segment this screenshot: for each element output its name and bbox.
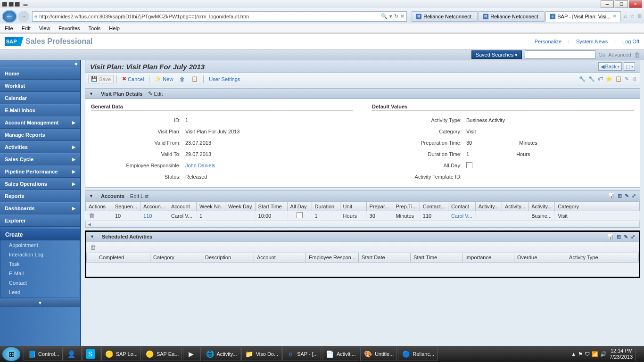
col-account[interactable]: Account: [168, 202, 196, 211]
sidebar-item-reports[interactable]: Manage Reports: [0, 129, 80, 141]
table-icon[interactable]: ⊞: [618, 193, 622, 199]
chart-icon[interactable]: 📊: [608, 193, 615, 199]
col-prep[interactable]: Prepar...: [366, 202, 393, 211]
col-account-id[interactable]: Accoun...: [140, 202, 168, 211]
list-icon[interactable]: 📋: [615, 76, 622, 82]
expand-icon[interactable]: ⤢: [631, 234, 635, 240]
allday-checkbox[interactable]: [466, 162, 472, 168]
col-contact[interactable]: Contact: [448, 202, 475, 211]
task-item[interactable]: 👤: [64, 347, 82, 361]
col-contact-id[interactable]: Contact...: [420, 202, 448, 211]
col-act3[interactable]: Activity...: [528, 202, 555, 211]
create-interaction-log[interactable]: Interaction Log: [0, 250, 80, 259]
expand-icon[interactable]: ⤢: [632, 193, 636, 199]
stop-icon[interactable]: ✕: [400, 13, 405, 19]
task-item[interactable]: 🟡SAP Ea...: [142, 347, 182, 361]
refresh-icon[interactable]: ↻: [394, 13, 398, 19]
sidebar-item-account[interactable]: Account Management▶: [0, 116, 80, 129]
trash-icon[interactable]: 🗑: [634, 51, 640, 58]
account-id-link[interactable]: 110: [140, 211, 168, 221]
menu-help[interactable]: Help: [109, 25, 120, 31]
show-desktop[interactable]: [636, 347, 639, 361]
personalize-link[interactable]: Personalize: [535, 39, 561, 44]
create-appointment[interactable]: Appointment: [0, 240, 80, 250]
tool-icon[interactable]: 🔧: [579, 76, 586, 82]
dropdown-icon[interactable]: ▾: [389, 13, 392, 19]
col-completed[interactable]: Completed: [96, 253, 150, 262]
contact-link[interactable]: Carol V...: [448, 211, 475, 221]
url-bar[interactable]: e http://crmides2.wftus.com:8039/sap(bD1…: [32, 11, 407, 22]
close-tab-icon[interactable]: ✕: [612, 13, 617, 19]
table-row[interactable]: 🗑 10 110 Carol V... 1 10:00 1 Hours 30 M…: [86, 211, 640, 221]
col-actions[interactable]: Actions: [86, 202, 112, 211]
sidebar-item-explorer[interactable]: Explorer: [0, 214, 80, 227]
new-button[interactable]: ✨New: [152, 75, 175, 83]
col-act1[interactable]: Activity...: [475, 202, 502, 211]
sidebar-collapse[interactable]: ◀: [0, 60, 80, 67]
back-button[interactable]: ←: [2, 10, 17, 23]
col-week-no[interactable]: Week No.: [196, 202, 225, 211]
edit-icon[interactable]: ✎: [624, 234, 628, 240]
create-task[interactable]: Task: [0, 259, 80, 269]
sidebar-item-reports2[interactable]: Reports: [0, 190, 80, 202]
col-duration[interactable]: Duration: [312, 202, 340, 211]
allday-checkbox[interactable]: [297, 212, 303, 218]
menu-file[interactable]: File: [5, 25, 13, 31]
search-icon[interactable]: 🔍: [381, 13, 388, 19]
col-start-date[interactable]: Start Date: [359, 253, 411, 262]
edit-list-button[interactable]: Edit List: [130, 193, 149, 199]
clock[interactable]: 12:14 PM 7/23/2013: [610, 348, 633, 360]
browser-tab[interactable]: RReliance Netconnect: [479, 11, 545, 22]
maximize-button[interactable]: ☐: [615, 0, 628, 8]
col-account[interactable]: Account: [254, 253, 306, 262]
col-start-time[interactable]: Start Time: [411, 253, 462, 262]
task-item[interactable]: 🔵Relianc...: [398, 347, 438, 361]
browser-tab[interactable]: RReliance Netconnect: [412, 11, 478, 22]
task-item[interactable]: S: [83, 347, 100, 361]
menu-edit[interactable]: Edit: [22, 25, 31, 31]
trash-icon[interactable]: 🗑: [90, 244, 96, 251]
logoff-link[interactable]: Log Off: [622, 39, 639, 44]
collapse-icon[interactable]: ▼: [89, 194, 93, 198]
tray-icon[interactable]: ▲: [571, 351, 576, 357]
star-icon[interactable]: ⭐: [606, 76, 612, 82]
create-lead[interactable]: Lead: [0, 288, 80, 297]
col-week-day[interactable]: Week Day: [225, 202, 256, 211]
sidebar-item-sales-ops[interactable]: Sales Operations▶: [0, 178, 80, 190]
col-sequence[interactable]: Sequen...: [112, 202, 140, 211]
start-button[interactable]: ⊞: [2, 346, 21, 362]
sidebar-item-sales-cycle[interactable]: Sales Cycle▶: [0, 153, 80, 165]
task-item[interactable]: eSAP - [...: [282, 347, 321, 361]
sidebar-item-worklist[interactable]: Worklist: [0, 80, 80, 92]
horizontal-scrollbar[interactable]: ◀: [85, 221, 640, 227]
tray-icon[interactable]: ⚑: [578, 351, 583, 357]
gear-icon[interactable]: ⚙: [637, 13, 642, 19]
edit-icon[interactable]: ✎: [625, 76, 629, 82]
network-icon[interactable]: 📶: [592, 351, 598, 357]
sidebar-expand[interactable]: ▼: [0, 299, 80, 307]
home-icon[interactable]: ⌂: [624, 13, 627, 19]
col-all-day[interactable]: All Day: [287, 202, 312, 211]
history-button[interactable]: ⬚▾: [624, 62, 635, 71]
tag-icon[interactable]: 🏷: [598, 76, 603, 82]
col-importance[interactable]: Importance: [462, 253, 514, 262]
minimize-button[interactable]: ─: [601, 0, 614, 8]
col-start-time[interactable]: Start Time: [255, 202, 287, 211]
saved-searches-button[interactable]: Saved Searches ▾: [471, 50, 522, 59]
task-item[interactable]: 🎨Untitle...: [360, 347, 397, 361]
wrench-icon[interactable]: 🔧: [588, 76, 595, 82]
collapse-icon[interactable]: ▼: [89, 91, 93, 96]
favorites-icon[interactable]: ☆: [630, 13, 635, 19]
tray-icon[interactable]: 🛡: [585, 351, 590, 357]
menu-tools[interactable]: Tools: [89, 25, 101, 31]
menu-favorites[interactable]: Favorites: [58, 25, 80, 31]
task-item[interactable]: 📁Viso Do...: [241, 347, 282, 361]
task-item[interactable]: ▶: [183, 347, 201, 361]
create-contact[interactable]: Contact: [0, 278, 80, 288]
sidebar-item-activities[interactable]: Activities▶: [0, 141, 80, 153]
copy-button[interactable]: 📋: [189, 75, 200, 83]
sidebar-item-calendar[interactable]: Calendar: [0, 92, 80, 104]
browser-tab-active[interactable]: eSAP - [Visit Plan: Visi...✕: [545, 11, 621, 22]
col-employee[interactable]: Employee Respon...: [306, 253, 359, 262]
back-button[interactable]: ◀Back▾: [598, 62, 622, 71]
